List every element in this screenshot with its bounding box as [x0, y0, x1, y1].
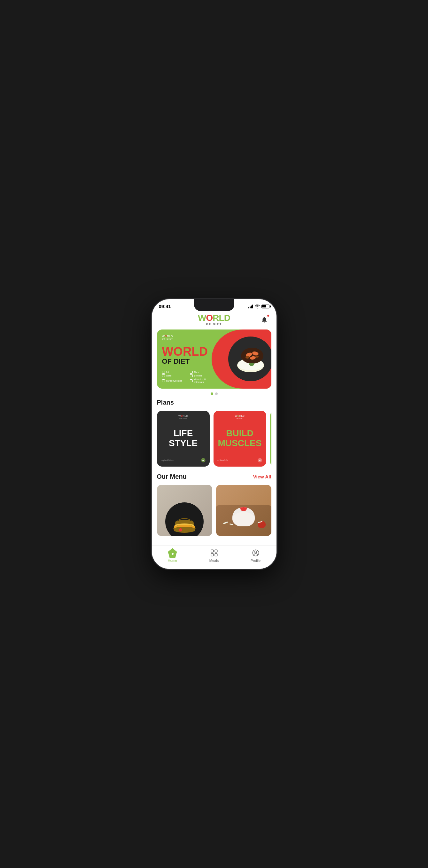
svg-point-9	[249, 363, 254, 366]
plan-card-footer-1: خطة الأسلوب	[161, 458, 206, 463]
plan-card-third[interactable]	[270, 411, 271, 467]
banner-content: WORLD OF DIET WORLD OF DIET fat fiber wa…	[157, 330, 220, 389]
banner-checklist: fat fiber water protein carbohydrates vi…	[162, 371, 215, 383]
dot-1[interactable]	[211, 393, 213, 395]
banner-food-image	[212, 330, 271, 389]
status-time: 09:41	[159, 304, 171, 309]
svg-point-12	[179, 528, 182, 531]
main-content: WORLD OF DIET WORLD OF DI	[152, 311, 276, 546]
plan-card-lifestyle[interactable]: WORLD OF DIET LIFESTYLE خطة الأسلوب	[157, 411, 210, 467]
notification-dot	[267, 314, 270, 317]
plan-card-logo-1: WORLD OF DIET	[161, 414, 206, 419]
status-icons	[248, 305, 270, 308]
menu-section-title: Our Menu	[157, 473, 187, 480]
carousel-dots	[152, 393, 276, 395]
plans-section: Plans WORLD OF DIET LIFESTYLE خطة الأسلو…	[152, 399, 276, 468]
plan-card-build-muscles[interactable]: WORLD OF DIET BUILDMUSCLES بناء العضلات	[214, 411, 266, 467]
dot-2[interactable]	[215, 393, 218, 395]
menu-header: Our Menu View All	[152, 473, 276, 480]
notch	[194, 299, 234, 311]
svg-point-18	[254, 551, 257, 553]
menu-card-sandwich[interactable]	[157, 485, 212, 536]
view-all-button[interactable]: View All	[253, 474, 271, 479]
svg-rect-16	[215, 554, 217, 556]
svg-point-3	[241, 348, 264, 364]
svg-point-10	[201, 458, 205, 462]
svg-rect-13	[211, 550, 214, 552]
plan-card-logo-2: WORLD OF DIET	[217, 414, 263, 419]
food-circle	[228, 337, 271, 381]
phone-frame: 09:41	[152, 299, 276, 569]
notification-bell-button[interactable]	[258, 314, 270, 326]
home-tab-icon	[168, 549, 177, 557]
home-tab-label: Home	[168, 559, 177, 562]
tab-home[interactable]: Home	[152, 549, 193, 562]
banner-logo: WORLD OF DIET	[162, 335, 215, 340]
profile-tab-label: Profile	[251, 559, 261, 562]
svg-point-11	[257, 458, 262, 462]
plan-card-title-lifestyle: LIFESTYLE	[161, 429, 206, 448]
meals-tab-icon	[210, 549, 219, 557]
promo-banner[interactable]: WORLD OF DIET WORLD OF DIET fat fiber wa…	[157, 330, 271, 389]
plans-title: Plans	[157, 399, 271, 406]
svg-rect-14	[215, 550, 217, 552]
meals-tab-label: Meals	[209, 559, 219, 562]
menu-grid	[152, 485, 276, 541]
tab-meals[interactable]: Meals	[193, 549, 235, 562]
signal-bars-icon	[248, 305, 253, 308]
menu-card-dessert[interactable]	[216, 485, 271, 536]
plan-card-footer-2: بناء العضلات	[217, 458, 263, 463]
tab-bar: Home Meals	[152, 546, 276, 569]
plans-scroll: WORLD OF DIET LIFESTYLE خطة الأسلوب WORL…	[157, 411, 271, 468]
app-header: WORLD OF DIET	[152, 311, 276, 330]
svg-rect-15	[211, 554, 214, 556]
app-logo: WORLD OF DIET	[198, 313, 230, 326]
logo-container: WORLD OF DIET	[170, 313, 258, 326]
profile-tab-icon	[251, 549, 260, 557]
battery-icon	[262, 305, 270, 308]
wifi-icon	[255, 305, 260, 308]
phone-screen: 09:41	[152, 299, 276, 569]
svg-point-7	[245, 356, 249, 359]
tab-profile[interactable]: Profile	[235, 549, 276, 562]
menu-section: Our Menu View All	[152, 473, 276, 541]
banner-title: WORLD OF DIET	[162, 345, 215, 365]
plan-card-title-muscles: BUILDMUSCLES	[217, 429, 263, 448]
svg-point-8	[255, 356, 258, 358]
